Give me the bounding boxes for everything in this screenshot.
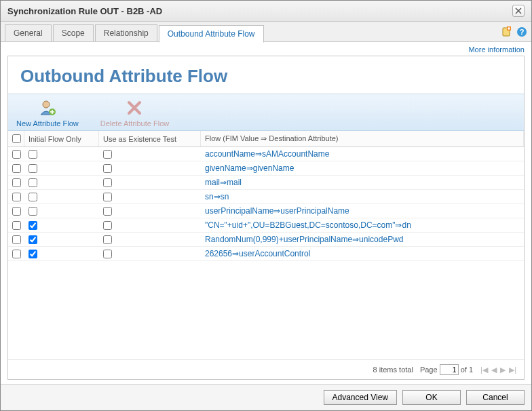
svg-point-8 [43, 101, 50, 108]
dialog-window: Synchronization Rule OUT - B2B -AD Gener… [0, 0, 532, 411]
svg-text:?: ? [520, 28, 525, 36]
new-attribute-flow-button[interactable]: New Attribute Flow [16, 98, 79, 128]
new-attribute-flow-label: New Attribute Flow [16, 119, 79, 128]
tab-relationship[interactable]: Relationship [95, 24, 157, 41]
row-select-checkbox[interactable] [12, 221, 21, 230]
advanced-view-button[interactable]: Advanced View [324, 390, 398, 405]
prev-page-icon[interactable]: ◀ [491, 366, 497, 374]
table-row[interactable]: 262656⇒userAccountControl [8, 247, 524, 261]
next-page-icon[interactable]: ▶ [500, 366, 506, 374]
table-row[interactable]: mail⇒mail [8, 176, 524, 190]
toolbar: New Attribute Flow Delete Attribute Flow [8, 94, 524, 131]
flow-link[interactable]: sn⇒sn [205, 192, 229, 201]
flow-link[interactable]: 262656⇒userAccountControl [205, 249, 310, 258]
page-label: Page [420, 366, 438, 374]
items-total: 8 items total [373, 366, 413, 374]
existence-test-checkbox[interactable] [103, 193, 112, 201]
select-all-checkbox[interactable] [12, 134, 21, 143]
tabs: General Scope Relationship Outbound Attr… [1, 22, 531, 42]
existence-test-checkbox[interactable] [103, 150, 112, 159]
row-select-checkbox[interactable] [12, 150, 21, 159]
tab-scope[interactable]: Scope [53, 24, 94, 41]
cancel-button[interactable]: Cancel [466, 390, 525, 405]
delete-attribute-flow-label: Delete Attribute Flow [100, 119, 170, 128]
initial-flow-checkbox[interactable] [28, 207, 37, 216]
help-icon[interactable]: ? [516, 26, 527, 37]
existence-test-checkbox[interactable] [103, 250, 112, 258]
flow-link[interactable]: userPrincipalName⇒userPrincipalName [205, 206, 349, 216]
row-select-checkbox[interactable] [12, 235, 21, 244]
last-page-icon[interactable]: ▶| [509, 366, 516, 374]
panel: Outbound Attribute Flow New Attribute Fl… [7, 56, 525, 380]
flow-link[interactable]: "CN="+uid+",OU=B2BGuest,DC=scontoso,DC=c… [205, 220, 411, 230]
flow-link[interactable]: mail⇒mail [205, 178, 242, 187]
table-header: Initial Flow Only Use as Existence Test … [8, 131, 524, 147]
initial-flow-checkbox[interactable] [28, 164, 37, 173]
more-information-link[interactable]: More information [468, 45, 525, 54]
existence-test-checkbox[interactable] [103, 235, 112, 244]
ok-button[interactable]: OK [402, 390, 461, 405]
table-row[interactable]: "CN="+uid+",OU=B2BGuest,DC=scontoso,DC=c… [8, 218, 524, 233]
existence-test-checkbox[interactable] [103, 178, 112, 187]
table-row[interactable]: userPrincipalName⇒userPrincipalName [8, 204, 524, 218]
initial-flow-checkbox[interactable] [28, 221, 37, 230]
row-select-checkbox[interactable] [12, 164, 21, 173]
initial-flow-checkbox[interactable] [28, 150, 37, 159]
attribute-flow-table: Initial Flow Only Use as Existence Test … [8, 131, 524, 359]
table-row[interactable]: sn⇒sn [8, 190, 524, 204]
page-input[interactable] [440, 364, 459, 375]
dialog-buttons: Advanced View OK Cancel [1, 384, 531, 410]
row-select-checkbox[interactable] [12, 207, 21, 216]
initial-flow-checkbox[interactable] [28, 178, 37, 187]
initial-flow-checkbox[interactable] [28, 193, 37, 201]
more-info-row: More information [1, 42, 531, 56]
user-add-icon [38, 98, 57, 117]
existence-test-checkbox[interactable] [103, 164, 112, 173]
close-button[interactable] [512, 5, 525, 17]
of-label: of [461, 366, 467, 374]
tab-outbound-attribute-flow[interactable]: Outbound Attribute Flow [159, 25, 264, 43]
delete-icon [125, 98, 144, 117]
titlebar: Synchronization Rule OUT - B2B -AD [1, 1, 531, 22]
initial-flow-checkbox[interactable] [28, 250, 37, 258]
delete-attribute-flow-button: Delete Attribute Flow [100, 98, 170, 128]
dialog-title: Synchronization Rule OUT - B2B -AD [7, 6, 162, 16]
flow-link[interactable]: givenName⇒givenName [205, 163, 294, 173]
initial-flow-checkbox[interactable] [28, 235, 37, 244]
new-item-icon[interactable] [501, 26, 512, 37]
table-row[interactable]: givenName⇒givenName [8, 161, 524, 176]
flow-link[interactable]: accountName⇒sAMAccountName [205, 149, 329, 159]
close-icon [515, 7, 522, 14]
row-select-checkbox[interactable] [12, 178, 21, 187]
row-select-checkbox[interactable] [12, 250, 21, 258]
total-pages: 1 [469, 366, 473, 374]
page-heading: Outbound Attribute Flow [8, 56, 524, 94]
col-initial: Initial Flow Only [24, 131, 99, 146]
flow-link[interactable]: RandomNum(0,999)+userPrincipalName⇒unico… [205, 235, 403, 244]
row-select-checkbox[interactable] [12, 193, 21, 201]
table-row[interactable]: RandomNum(0,999)+userPrincipalName⇒unico… [8, 233, 524, 247]
existence-test-checkbox[interactable] [103, 207, 112, 216]
tab-general[interactable]: General [5, 24, 52, 41]
existence-test-checkbox[interactable] [103, 221, 112, 230]
table-row[interactable]: accountName⇒sAMAccountName [8, 147, 524, 161]
col-flow: Flow (FIM Value ⇒ Destination Attribute) [201, 131, 524, 146]
col-existence: Use as Existence Test [99, 131, 201, 146]
pager: 8 items total Page of 1 |◀ ◀ ▶ ▶| [8, 359, 524, 379]
first-page-icon[interactable]: |◀ [480, 366, 488, 374]
